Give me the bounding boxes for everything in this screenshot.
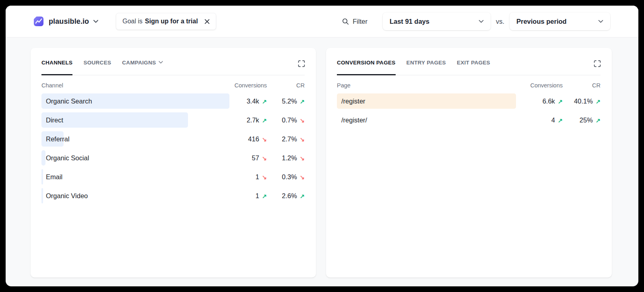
table-row[interactable]: Email1↘0.3%↘	[41, 169, 305, 184]
cr-value: 2.6%	[282, 192, 297, 200]
tab-campaigns[interactable]: CAMPAIGNS	[122, 58, 163, 75]
trend-up-icon: ↗	[262, 117, 267, 124]
conversions-value: 57	[252, 154, 259, 162]
row-label: /register/	[337, 116, 518, 124]
top-nav: plausible.io Goal is Sign up for a trial…	[6, 6, 638, 37]
row-label: Referral	[41, 135, 222, 143]
tab-label: EXIT PAGES	[457, 60, 490, 66]
trend-down-icon: ↘	[262, 155, 267, 162]
tab-label: CONVERSION PAGES	[337, 60, 396, 66]
cr-cell: 0.7%↘	[267, 116, 305, 124]
pages-panel: CONVERSION PAGESENTRY PAGESEXIT PAGES Pa…	[326, 48, 612, 278]
channels-panel: CHANNELSSOURCESCAMPAIGNS ChannelConversi…	[31, 48, 316, 278]
trend-up-icon: ↗	[596, 98, 601, 105]
conversions-cell: 1↗	[222, 192, 267, 200]
chevron-down-icon	[93, 20, 98, 23]
row-label: Organic Social	[41, 154, 222, 162]
row-label: Direct	[41, 116, 222, 124]
trend-down-icon: ↘	[300, 174, 305, 180]
filter-label: Filter	[353, 18, 367, 25]
tab-entry-pages[interactable]: ENTRY PAGES	[407, 58, 446, 75]
trend-up-icon: ↗	[596, 117, 601, 124]
close-icon[interactable]	[204, 19, 210, 24]
trend-down-icon: ↘	[300, 155, 305, 162]
table-row[interactable]: Organic Social57↘1.2%↘	[41, 150, 305, 166]
expand-icon[interactable]	[298, 60, 305, 67]
plausible-logo-icon	[33, 16, 44, 27]
row-label: Organic Search	[41, 97, 222, 105]
cr-cell: 2.7%↘	[267, 135, 305, 143]
cr-cell: 1.2%↘	[267, 154, 305, 162]
conversions-cell: 3.4k↗	[222, 97, 267, 105]
column-header-cr: CR	[267, 82, 305, 89]
table-row[interactable]: Referral416↘2.7%↘	[41, 131, 305, 147]
trend-up-icon: ↗	[558, 117, 563, 124]
trend-down-icon: ↘	[262, 136, 267, 143]
table-row[interactable]: Direct2.7k↗0.7%↘	[41, 112, 305, 128]
cr-value: 2.7%	[282, 135, 297, 143]
table-row[interactable]: Organic Video1↗2.6%↗	[41, 188, 305, 203]
date-range-value: Last 91 days	[390, 18, 429, 25]
tab-label: CAMPAIGNS	[122, 60, 156, 66]
trend-up-icon: ↗	[300, 193, 305, 199]
cr-value: 0.3%	[282, 173, 297, 181]
column-header-page: Page	[337, 82, 518, 89]
site-picker[interactable]: plausible.io	[33, 16, 98, 27]
table-row[interactable]: /register/4↗25%↗	[337, 112, 601, 128]
conversions-cell: 2.7k↗	[222, 116, 267, 124]
trend-up-icon: ↗	[558, 98, 563, 105]
channels-rows: Organic Search3.4k↗5.2%↗Direct2.7k↗0.7%↘…	[41, 93, 305, 203]
comparison-select[interactable]: Previous period	[510, 12, 610, 30]
tab-conversion-pages[interactable]: CONVERSION PAGES	[337, 58, 396, 75]
trend-down-icon: ↘	[262, 174, 267, 180]
conversions-cell: 6.6k↗	[518, 97, 563, 105]
expand-icon[interactable]	[594, 60, 601, 67]
tab-label: CHANNELS	[41, 60, 72, 66]
column-header-conversions: Conversions	[222, 82, 267, 89]
cr-cell: 40.1%↗	[563, 97, 601, 105]
tab-channels[interactable]: CHANNELS	[41, 58, 72, 75]
conversions-cell: 57↘	[222, 154, 267, 162]
conversions-value: 4	[551, 116, 555, 124]
channels-column-headers: ChannelConversionsCR	[41, 82, 305, 89]
column-header-cr: CR	[563, 82, 601, 89]
filter-button[interactable]: Filter	[342, 18, 367, 25]
table-row[interactable]: Organic Search3.4k↗5.2%↗	[41, 93, 305, 109]
chevron-down-icon	[479, 20, 484, 23]
vs-label: vs.	[496, 18, 504, 25]
row-label: Email	[41, 173, 222, 181]
row-label: Organic Video	[41, 192, 222, 200]
cr-value: 0.7%	[282, 116, 297, 124]
pages-rows: /register6.6k↗40.1%↗/register/4↗25%↗	[337, 93, 601, 128]
conversions-value: 1	[256, 173, 259, 181]
conversions-value: 416	[248, 135, 259, 143]
trend-down-icon: ↘	[300, 136, 305, 143]
pages-tabs: CONVERSION PAGESENTRY PAGESEXIT PAGES	[337, 58, 601, 75]
trend-up-icon: ↗	[262, 98, 267, 105]
tab-label: SOURCES	[83, 60, 111, 66]
app-window: plausible.io Goal is Sign up for a trial…	[6, 6, 638, 286]
cr-value: 5.2%	[282, 97, 297, 105]
conversions-value: 6.6k	[543, 97, 555, 105]
goal-chip-prefix: Goal is	[122, 18, 142, 25]
pages-column-headers: PageConversionsCR	[337, 82, 601, 89]
conversions-value: 1	[256, 192, 259, 200]
conversions-value: 3.4k	[247, 97, 259, 105]
goal-chip-value: Sign up for a trial	[145, 18, 198, 25]
conversions-cell: 1↘	[222, 173, 267, 181]
tab-exit-pages[interactable]: EXIT PAGES	[457, 58, 490, 75]
column-header-conversions: Conversions	[518, 82, 563, 89]
tab-sources[interactable]: SOURCES	[83, 58, 111, 75]
row-label: /register	[337, 97, 518, 105]
goal-filter-chip[interactable]: Goal is Sign up for a trial	[116, 13, 216, 30]
date-range-select[interactable]: Last 91 days	[383, 12, 491, 30]
trend-up-icon: ↗	[262, 193, 267, 199]
comparison-value: Previous period	[516, 18, 567, 25]
cr-cell: 25%↗	[563, 116, 601, 124]
dashboard-body: CHANNELSSOURCESCAMPAIGNS ChannelConversi…	[6, 37, 638, 278]
conversions-value: 2.7k	[247, 116, 259, 124]
table-row[interactable]: /register6.6k↗40.1%↗	[337, 93, 601, 109]
trend-up-icon: ↗	[300, 98, 305, 105]
cr-cell: 0.3%↘	[267, 173, 305, 181]
chevron-down-icon	[159, 61, 163, 64]
